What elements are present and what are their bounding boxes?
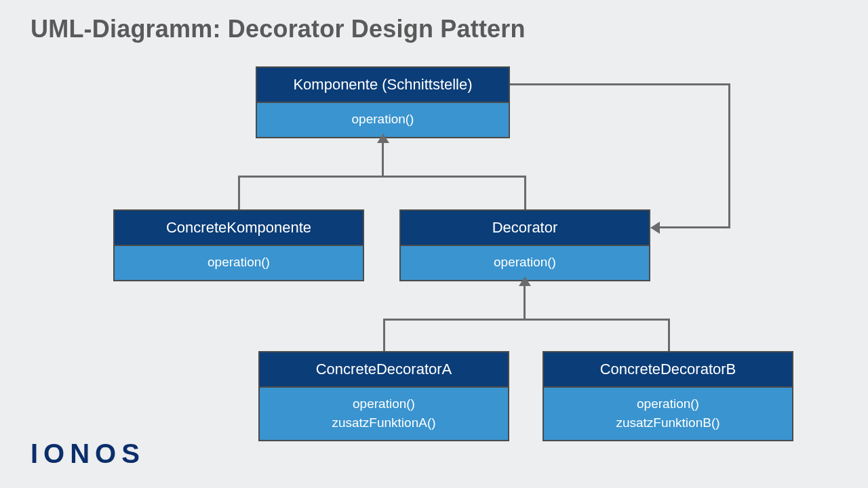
connector-line [524,176,526,209]
arrow-left-icon [650,222,660,234]
uml-node-title: ConcreteDecoratorA [260,352,508,388]
arrow-up-icon [377,134,389,143]
uml-node-methods: operation()zusatzFunktionA() [260,388,508,440]
uml-node-methods: operation()zusatzFunktionB() [544,388,792,440]
connector-line [383,319,385,351]
uml-node-concrete-decorator-a: ConcreteDecoratorA operation()zusatzFunk… [258,351,509,441]
brand-logo: IONOS [31,439,145,469]
connector-line [728,83,730,228]
uml-node-title: ConcreteDecoratorB [544,352,792,388]
uml-node-methods: operation() [257,103,509,137]
uml-node-concrete-decorator-b: ConcreteDecoratorB operation()zusatzFunk… [542,351,793,441]
uml-node-title: Komponente (Schnittstelle) [257,68,509,103]
uml-node-component: Komponente (Schnittstelle) operation() [256,66,510,138]
connector-line [524,286,526,320]
connector-line [382,143,384,177]
uml-node-decorator: Decorator operation() [399,209,650,281]
connector-line [238,176,240,209]
connector-line [383,319,670,321]
uml-node-methods: operation() [401,246,649,280]
connector-line [510,83,730,85]
connector-line [660,226,730,228]
connector-line [668,319,670,351]
page-title: UML-Diagramm: Decorator Design Pattern [31,15,526,43]
uml-node-concrete-component: ConcreteKomponente operation() [113,209,364,281]
arrow-up-icon [519,277,531,286]
uml-node-title: ConcreteKomponente [115,211,363,246]
uml-node-title: Decorator [401,211,649,246]
uml-node-methods: operation() [115,246,363,280]
connector-line [238,176,526,178]
